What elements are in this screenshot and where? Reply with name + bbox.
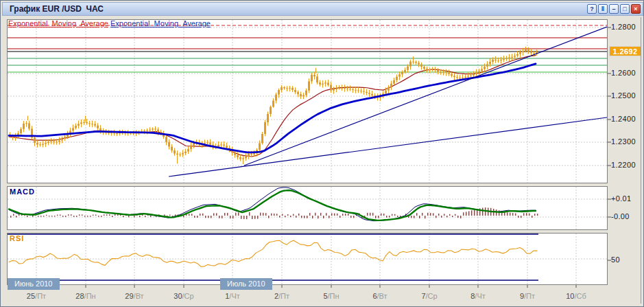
- x-axis-label: 2/Пт: [274, 292, 289, 300]
- x-axis-label: 29/Вт: [125, 292, 143, 300]
- titlebar-buttons: ?‖–□×: [587, 4, 641, 14]
- main-chart-panel[interactable]: [7, 19, 608, 183]
- price-axis-label: 1.2500: [611, 91, 636, 100]
- macd-label: MACD: [10, 187, 35, 196]
- x-axis-label: 7/Ср: [421, 292, 437, 300]
- x-axis-label: 28/Пн: [75, 292, 95, 300]
- close-button[interactable]: ×: [631, 4, 641, 14]
- x-axis-label: 5/Пн: [323, 292, 339, 300]
- price-axis-label: 1.2400: [611, 115, 636, 123]
- indicator-label-0: Exponential_Moving_Average: [8, 19, 108, 27]
- maximize-button[interactable]: □: [620, 4, 630, 14]
- indicator-label-1: Exponential_Moving_Average: [110, 19, 211, 27]
- x-axis-label: 8/Чт: [470, 292, 486, 300]
- current-price-badge: 1.2692: [609, 46, 641, 56]
- x-axis-label: 10/Сб: [566, 292, 586, 300]
- month-badge: Июль 2010: [220, 278, 272, 290]
- window-title: График EUR /USD ЧАС: [5, 4, 104, 14]
- price-axis-label: 1.2600: [611, 69, 636, 77]
- titlebar[interactable]: График EUR /USD ЧАС ?‖–□×: [2, 2, 643, 16]
- price-axis-label: 1.2800: [611, 23, 636, 31]
- chart-window: График EUR /USD ЧАС ?‖–□× MACD RSI 1.269…: [0, 0, 644, 307]
- x-axis-label: 9/Пт: [520, 292, 535, 300]
- macd-axis-label: +0.01: [611, 194, 631, 203]
- x-axis-label: 6/Вт: [372, 292, 387, 300]
- macd-axis-label: -0.00: [611, 212, 630, 220]
- x-axis-label: 30/Ср: [174, 292, 193, 300]
- price-axis-label: 1.2200: [611, 161, 636, 169]
- price-axis-label: 1.2300: [611, 137, 636, 146]
- help-button[interactable]: ?: [587, 4, 597, 14]
- month-badge: Июнь 2010: [8, 278, 60, 290]
- minimize-button[interactable]: –: [609, 4, 619, 14]
- tile-button[interactable]: ‖: [598, 4, 608, 14]
- rsi-label: RSI: [10, 234, 24, 242]
- right-frame-divider: [641, 17, 641, 304]
- x-axis-label: 25/Пт: [27, 292, 46, 300]
- rsi-panel[interactable]: [7, 233, 608, 285]
- rsi-axis-label: 50: [611, 255, 620, 264]
- macd-panel[interactable]: [7, 186, 608, 230]
- x-axis-label: 1/Чт: [225, 292, 240, 300]
